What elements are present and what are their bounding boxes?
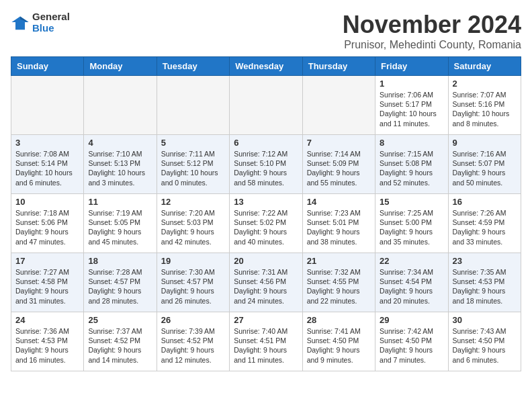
calendar-cell: 24Sunrise: 7:36 AM Sunset: 4:53 PM Dayli… xyxy=(11,312,84,371)
day-number: 30 xyxy=(453,315,517,325)
day-info: Sunrise: 7:06 AM Sunset: 5:17 PM Dayligh… xyxy=(380,90,443,128)
day-number: 17 xyxy=(15,256,79,266)
day-number: 28 xyxy=(307,315,371,325)
calendar-cell xyxy=(302,76,375,135)
day-number: 5 xyxy=(161,138,225,148)
calendar-cell: 23Sunrise: 7:35 AM Sunset: 4:53 PM Dayli… xyxy=(448,253,521,312)
calendar-cell xyxy=(230,76,302,135)
day-info: Sunrise: 7:25 AM Sunset: 5:00 PM Dayligh… xyxy=(380,208,443,246)
day-info: Sunrise: 7:26 AM Sunset: 4:59 PM Dayligh… xyxy=(453,208,517,246)
day-number: 25 xyxy=(88,315,152,325)
calendar-cell: 27Sunrise: 7:40 AM Sunset: 4:51 PM Dayli… xyxy=(230,312,302,371)
calendar-cell: 1Sunrise: 7:06 AM Sunset: 5:17 PM Daylig… xyxy=(375,76,448,135)
day-info: Sunrise: 7:14 AM Sunset: 5:09 PM Dayligh… xyxy=(307,149,371,187)
day-info: Sunrise: 7:22 AM Sunset: 5:02 PM Dayligh… xyxy=(234,208,298,246)
logo-icon xyxy=(11,13,30,32)
calendar-cell: 5Sunrise: 7:11 AM Sunset: 5:12 PM Daylig… xyxy=(157,135,229,194)
day-info: Sunrise: 7:10 AM Sunset: 5:13 PM Dayligh… xyxy=(88,149,152,187)
day-info: Sunrise: 7:31 AM Sunset: 4:56 PM Dayligh… xyxy=(234,267,298,306)
day-info: Sunrise: 7:41 AM Sunset: 4:50 PM Dayligh… xyxy=(307,326,371,365)
weekday-header-sunday: Sunday xyxy=(11,57,84,76)
day-number: 1 xyxy=(380,79,443,89)
day-info: Sunrise: 7:32 AM Sunset: 4:55 PM Dayligh… xyxy=(307,267,371,306)
calendar-table: SundayMondayTuesdayWednesdayThursdayFrid… xyxy=(11,56,521,371)
calendar-cell: 16Sunrise: 7:26 AM Sunset: 4:59 PM Dayli… xyxy=(448,194,521,253)
day-info: Sunrise: 7:07 AM Sunset: 5:16 PM Dayligh… xyxy=(453,90,517,128)
day-info: Sunrise: 7:42 AM Sunset: 4:50 PM Dayligh… xyxy=(380,326,443,365)
day-number: 14 xyxy=(307,197,371,207)
calendar-cell: 3Sunrise: 7:08 AM Sunset: 5:14 PM Daylig… xyxy=(11,135,84,194)
week-row-3: 10Sunrise: 7:18 AM Sunset: 5:06 PM Dayli… xyxy=(11,194,521,253)
day-number: 29 xyxy=(380,315,443,325)
day-number: 23 xyxy=(453,256,517,266)
day-info: Sunrise: 7:37 AM Sunset: 4:52 PM Dayligh… xyxy=(88,326,152,365)
day-number: 6 xyxy=(234,138,298,148)
week-row-4: 17Sunrise: 7:27 AM Sunset: 4:58 PM Dayli… xyxy=(11,253,521,312)
day-number: 24 xyxy=(15,315,79,325)
day-number: 7 xyxy=(307,138,371,148)
calendar-cell xyxy=(84,76,157,135)
calendar-cell: 2Sunrise: 7:07 AM Sunset: 5:16 PM Daylig… xyxy=(448,76,521,135)
calendar-cell: 14Sunrise: 7:23 AM Sunset: 5:01 PM Dayli… xyxy=(302,194,375,253)
day-number: 13 xyxy=(234,197,298,207)
weekday-header-saturday: Saturday xyxy=(448,57,521,76)
calendar-cell: 13Sunrise: 7:22 AM Sunset: 5:02 PM Dayli… xyxy=(230,194,302,253)
calendar-cell: 12Sunrise: 7:20 AM Sunset: 5:03 PM Dayli… xyxy=(157,194,229,253)
day-info: Sunrise: 7:35 AM Sunset: 4:53 PM Dayligh… xyxy=(453,267,517,306)
month-title: November 2024 xyxy=(343,11,521,39)
day-number: 9 xyxy=(453,138,517,148)
day-info: Sunrise: 7:36 AM Sunset: 4:53 PM Dayligh… xyxy=(15,326,79,365)
calendar-cell: 4Sunrise: 7:10 AM Sunset: 5:13 PM Daylig… xyxy=(84,135,157,194)
calendar-cell: 8Sunrise: 7:15 AM Sunset: 5:08 PM Daylig… xyxy=(375,135,448,194)
weekday-header-thursday: Thursday xyxy=(302,57,375,76)
day-number: 21 xyxy=(307,256,371,266)
day-info: Sunrise: 7:18 AM Sunset: 5:06 PM Dayligh… xyxy=(15,208,79,246)
day-number: 10 xyxy=(15,197,79,207)
calendar-cell: 20Sunrise: 7:31 AM Sunset: 4:56 PM Dayli… xyxy=(230,253,302,312)
day-info: Sunrise: 7:12 AM Sunset: 5:10 PM Dayligh… xyxy=(234,149,298,187)
day-info: Sunrise: 7:16 AM Sunset: 5:07 PM Dayligh… xyxy=(453,149,517,187)
weekday-header-wednesday: Wednesday xyxy=(230,57,302,76)
calendar-cell: 28Sunrise: 7:41 AM Sunset: 4:50 PM Dayli… xyxy=(302,312,375,371)
week-row-5: 24Sunrise: 7:36 AM Sunset: 4:53 PM Dayli… xyxy=(11,312,521,371)
weekday-header-row: SundayMondayTuesdayWednesdayThursdayFrid… xyxy=(11,57,521,76)
day-number: 26 xyxy=(161,315,225,325)
calendar-cell: 30Sunrise: 7:43 AM Sunset: 4:50 PM Dayli… xyxy=(448,312,521,371)
calendar-cell: 15Sunrise: 7:25 AM Sunset: 5:00 PM Dayli… xyxy=(375,194,448,253)
day-number: 4 xyxy=(88,138,152,148)
day-info: Sunrise: 7:20 AM Sunset: 5:03 PM Dayligh… xyxy=(161,208,225,246)
day-info: Sunrise: 7:30 AM Sunset: 4:57 PM Dayligh… xyxy=(161,267,225,306)
page-header: General Blue November 2024 Prunisor, Meh… xyxy=(11,11,521,51)
calendar-cell: 11Sunrise: 7:19 AM Sunset: 5:05 PM Dayli… xyxy=(84,194,157,253)
logo-general: General xyxy=(32,11,70,22)
calendar-cell: 22Sunrise: 7:34 AM Sunset: 4:54 PM Dayli… xyxy=(375,253,448,312)
title-block: November 2024 Prunisor, Mehedinti County… xyxy=(343,11,521,51)
logo-text: General Blue xyxy=(32,11,70,34)
day-info: Sunrise: 7:39 AM Sunset: 4:52 PM Dayligh… xyxy=(161,326,225,365)
calendar-cell: 29Sunrise: 7:42 AM Sunset: 4:50 PM Dayli… xyxy=(375,312,448,371)
day-number: 8 xyxy=(380,138,443,148)
week-row-2: 3Sunrise: 7:08 AM Sunset: 5:14 PM Daylig… xyxy=(11,135,521,194)
day-number: 15 xyxy=(380,197,443,207)
day-info: Sunrise: 7:15 AM Sunset: 5:08 PM Dayligh… xyxy=(380,149,443,187)
logo-blue: Blue xyxy=(32,22,70,34)
day-number: 27 xyxy=(234,315,298,325)
weekday-header-friday: Friday xyxy=(375,57,448,76)
day-number: 11 xyxy=(88,197,152,207)
calendar-cell: 18Sunrise: 7:28 AM Sunset: 4:57 PM Dayli… xyxy=(84,253,157,312)
day-number: 16 xyxy=(453,197,517,207)
day-number: 18 xyxy=(88,256,152,266)
day-number: 12 xyxy=(161,197,225,207)
calendar-cell: 9Sunrise: 7:16 AM Sunset: 5:07 PM Daylig… xyxy=(448,135,521,194)
day-info: Sunrise: 7:40 AM Sunset: 4:51 PM Dayligh… xyxy=(234,326,298,365)
day-info: Sunrise: 7:27 AM Sunset: 4:58 PM Dayligh… xyxy=(15,267,79,306)
calendar-cell: 17Sunrise: 7:27 AM Sunset: 4:58 PM Dayli… xyxy=(11,253,84,312)
weekday-header-monday: Monday xyxy=(84,57,157,76)
day-number: 20 xyxy=(234,256,298,266)
calendar-cell: 21Sunrise: 7:32 AM Sunset: 4:55 PM Dayli… xyxy=(302,253,375,312)
day-info: Sunrise: 7:19 AM Sunset: 5:05 PM Dayligh… xyxy=(88,208,152,246)
calendar-cell: 10Sunrise: 7:18 AM Sunset: 5:06 PM Dayli… xyxy=(11,194,84,253)
day-number: 3 xyxy=(15,138,79,148)
day-info: Sunrise: 7:28 AM Sunset: 4:57 PM Dayligh… xyxy=(88,267,152,306)
calendar-cell xyxy=(157,76,229,135)
